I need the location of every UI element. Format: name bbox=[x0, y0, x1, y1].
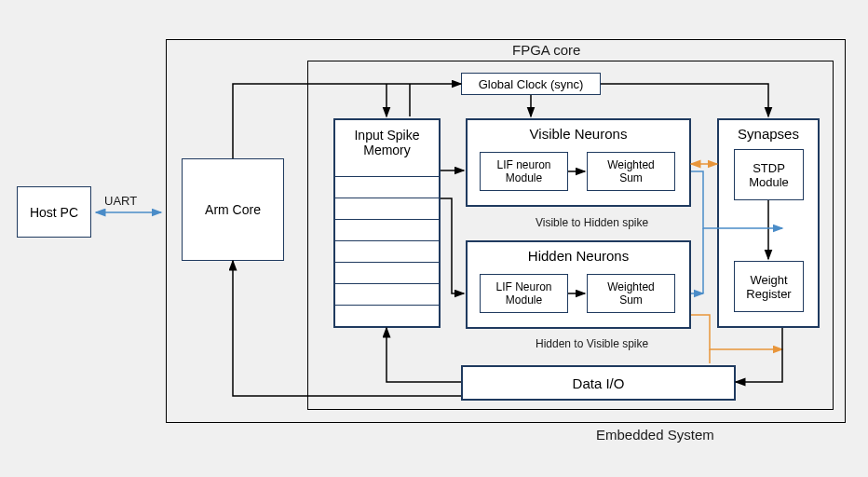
weight-register-box: Weight Register bbox=[734, 261, 804, 312]
visible-wsum-label: Weighted Sum bbox=[607, 158, 654, 184]
global-clock-label: Global Clock (sync) bbox=[479, 77, 584, 91]
input-spike-memory-label: Input Spike Memory bbox=[354, 128, 419, 157]
host-pc-label: Host PC bbox=[30, 205, 78, 220]
hidden-wsum-box: Weighted Sum bbox=[587, 274, 675, 313]
hidden-lif-box: LIF Neuron Module bbox=[480, 274, 568, 313]
hidden-lif-label: LIF Neuron Module bbox=[495, 280, 551, 307]
fpga-core-label: FPGA core bbox=[512, 42, 580, 58]
visible-neurons-title: Visible Neurons bbox=[530, 126, 628, 142]
global-clock-box: Global Clock (sync) bbox=[461, 73, 601, 95]
arm-core-box: Arm Core bbox=[182, 158, 284, 261]
input-spike-memory-box: Input Spike Memory bbox=[333, 118, 441, 328]
data-io-label: Data I/O bbox=[573, 375, 625, 391]
host-pc-box: Host PC bbox=[17, 186, 91, 238]
visible-lif-box: LIF neuron Module bbox=[480, 152, 568, 191]
weight-register-label: Weight Register bbox=[746, 273, 791, 301]
visible-wsum-box: Weighted Sum bbox=[587, 152, 675, 191]
stdp-box: STDP Module bbox=[734, 149, 804, 200]
embedded-system-label: Embedded System bbox=[596, 427, 714, 443]
stdp-label: STDP Module bbox=[749, 161, 789, 189]
hidden-neurons-title: Hidden Neurons bbox=[528, 248, 629, 264]
hidden-wsum-label: Weighted Sum bbox=[607, 280, 654, 307]
synapses-title: Synapses bbox=[738, 126, 799, 142]
arm-core-label: Arm Core bbox=[205, 202, 261, 217]
visible-lif-label: LIF neuron Module bbox=[496, 158, 550, 184]
data-io-box: Data I/O bbox=[461, 365, 736, 401]
visible-to-hidden-label: Visible to Hidden spike bbox=[536, 216, 648, 229]
uart-label: UART bbox=[104, 194, 137, 208]
hidden-to-visible-label: Hidden to Visible spike bbox=[536, 337, 648, 350]
